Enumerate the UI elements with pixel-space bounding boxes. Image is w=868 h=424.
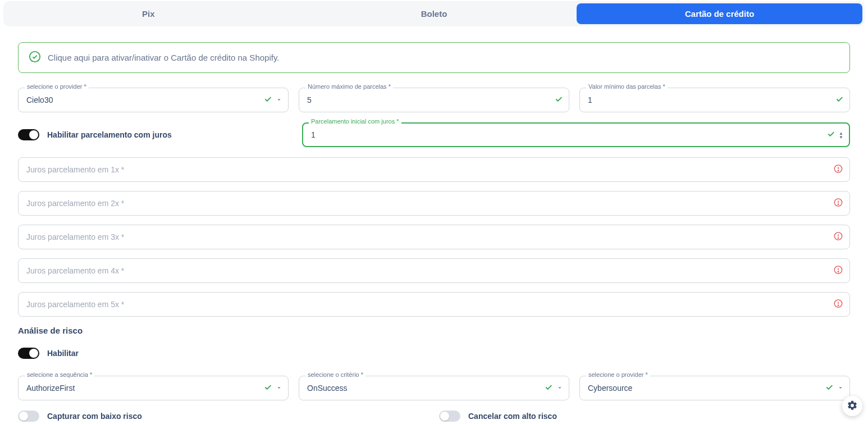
- criterio-wrap: selecione o critério * OnSuccess: [299, 376, 569, 400]
- chevron-down-icon: [276, 95, 282, 104]
- sequencia-value: AuthorizeFirst: [26, 384, 75, 393]
- valor-min-input[interactable]: [588, 95, 827, 104]
- svg-point-3: [838, 170, 838, 171]
- provider-select[interactable]: Cielo30: [18, 88, 289, 112]
- juros-placeholder: Juros parcelamento em 5x *: [26, 300, 124, 309]
- juros-placeholder: Juros parcelamento em 1x *: [26, 165, 124, 174]
- gear-icon: [847, 400, 858, 413]
- juros-4x-field[interactable]: Juros parcelamento em 4x *: [18, 258, 850, 283]
- sequencia-label: selecione a sequência *: [25, 371, 94, 378]
- error-icon: [834, 232, 843, 243]
- svg-point-15: [838, 305, 838, 306]
- provider-label: selecione o provider *: [25, 83, 89, 90]
- error-icon: [834, 165, 843, 175]
- risk-section-title: Análise de risco: [18, 326, 850, 335]
- capturar-label: Capturar com baixo risco: [47, 412, 142, 421]
- juros-rows-container: Juros parcelamento em 1x * Juros parcela…: [18, 157, 850, 317]
- criterio-value: OnSuccess: [307, 384, 348, 393]
- check-circle-icon: [29, 51, 41, 65]
- juros-1x-field[interactable]: Juros parcelamento em 1x *: [18, 157, 850, 182]
- capturar-toggle[interactable]: [18, 411, 39, 422]
- error-icon: [834, 266, 843, 276]
- error-icon: [834, 198, 843, 209]
- max-parcelas-label: Número máximo de parcelas *: [305, 83, 393, 90]
- check-icon: [826, 130, 835, 140]
- valor-min-input-box[interactable]: [579, 88, 850, 112]
- number-spinner-icon[interactable]: ▲▼: [839, 131, 843, 139]
- risk-habilitar-label: Habilitar: [47, 349, 79, 358]
- criterio-label: selecione o critério *: [305, 371, 366, 378]
- max-parcelas-wrap: Número máximo de parcelas *: [299, 88, 569, 112]
- tab-credit-card[interactable]: Cartão de crédito: [577, 3, 862, 24]
- criterio-select[interactable]: OnSuccess: [299, 376, 569, 400]
- provider-value: Cielo30: [26, 95, 53, 104]
- habilitar-juros-label: Habilitar parcelamento com juros: [47, 130, 172, 139]
- tab-pix[interactable]: Pix: [6, 3, 291, 24]
- juros-3x-field[interactable]: Juros parcelamento em 3x *: [18, 225, 850, 249]
- provider-select-wrap: selecione o provider * Cielo30: [18, 88, 289, 112]
- parc-inicial-wrap: Parcelamento inicial com juros * ▲▼: [302, 122, 850, 147]
- juros-2x-field[interactable]: Juros parcelamento em 2x *: [18, 191, 850, 216]
- juros-placeholder: Juros parcelamento em 4x *: [26, 266, 124, 275]
- valor-min-wrap: Valor mínimo das parcelas *: [579, 88, 850, 112]
- parc-inicial-input-box[interactable]: ▲▼: [302, 122, 850, 147]
- payment-method-tabs: Pix Boleto Cartão de crédito: [3, 1, 865, 26]
- max-parcelas-input-box[interactable]: [299, 88, 569, 112]
- juros-placeholder: Juros parcelamento em 2x *: [26, 199, 124, 208]
- check-icon: [825, 383, 834, 394]
- svg-point-0: [30, 52, 40, 62]
- juros-placeholder: Juros parcelamento em 3x *: [26, 232, 124, 241]
- parc-inicial-label: Parcelamento inicial com juros *: [309, 118, 401, 125]
- parc-inicial-input[interactable]: [311, 130, 821, 139]
- chevron-down-icon: [276, 384, 282, 393]
- risk-provider-label: selecione o provider *: [586, 371, 650, 378]
- alert-text: Clique aqui para ativar/inativar o Cartã…: [48, 53, 279, 62]
- chevron-down-icon: [837, 384, 844, 393]
- sequencia-select[interactable]: AuthorizeFirst: [18, 376, 289, 400]
- settings-fab[interactable]: [842, 396, 862, 416]
- check-icon: [544, 383, 553, 394]
- cancelar-label: Cancelar com alto risco: [468, 412, 557, 421]
- habilitar-juros-toggle[interactable]: [18, 129, 39, 140]
- sequencia-wrap: selecione a sequência * AuthorizeFirst: [18, 376, 289, 400]
- check-icon: [835, 95, 844, 106]
- error-icon: [834, 299, 843, 310]
- chevron-down-icon: [556, 384, 563, 393]
- risk-provider-wrap: selecione o provider * Cybersource: [579, 376, 850, 400]
- svg-point-9: [838, 238, 838, 238]
- check-icon: [554, 95, 563, 106]
- check-icon: [263, 383, 272, 394]
- credit-card-panel: Clique aqui para ativar/inativar o Cartã…: [3, 32, 865, 424]
- risk-provider-select[interactable]: Cybersource: [579, 376, 850, 400]
- cancelar-toggle[interactable]: [439, 411, 460, 422]
- juros-5x-field[interactable]: Juros parcelamento em 5x *: [18, 292, 850, 317]
- risk-provider-value: Cybersource: [588, 384, 632, 393]
- risk-habilitar-toggle[interactable]: [18, 348, 39, 359]
- svg-point-6: [838, 204, 838, 204]
- max-parcelas-input[interactable]: [307, 95, 546, 104]
- check-icon: [263, 95, 272, 106]
- svg-point-12: [838, 271, 838, 272]
- shopify-activation-alert[interactable]: Clique aqui para ativar/inativar o Cartã…: [18, 42, 850, 73]
- tab-boleto[interactable]: Boleto: [291, 3, 577, 24]
- valor-min-label: Valor mínimo das parcelas *: [586, 83, 668, 90]
